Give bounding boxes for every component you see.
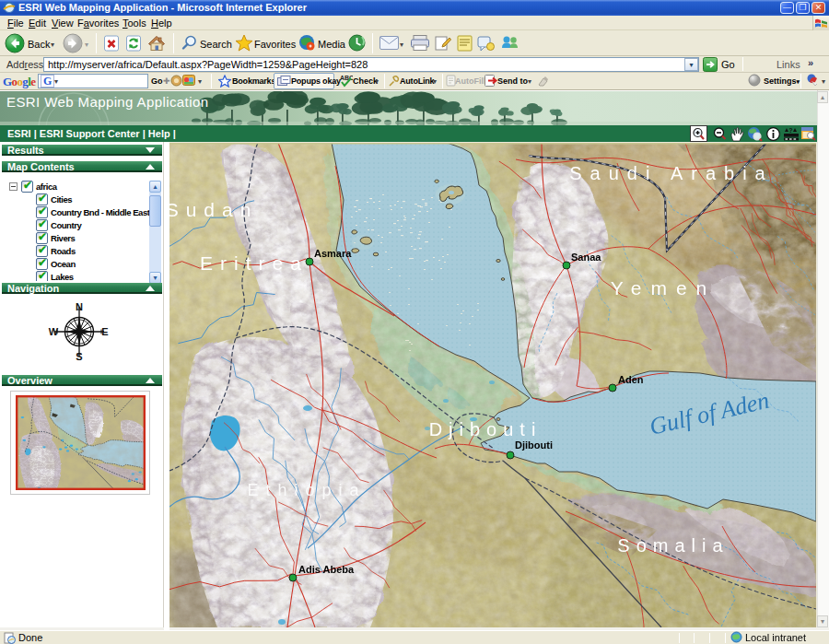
svg-text:Sudan: Sudan: [169, 199, 258, 220]
svg-text:Aden: Aden: [618, 374, 644, 385]
svg-text:?: ?: [788, 127, 792, 134]
svg-text:Sanaa: Sanaa: [571, 252, 601, 263]
svg-text:N: N: [76, 301, 83, 312]
svg-text:Saudi Arabia: Saudi Arabia: [569, 163, 773, 183]
svg-text:Somalia: Somalia: [617, 535, 729, 556]
svg-text:Eritrea: Eritrea: [200, 252, 309, 274]
svg-text:Ethiopia: Ethiopia: [247, 481, 366, 499]
svg-text:Yemen: Yemen: [611, 277, 717, 299]
svg-text:Asmara: Asmara: [314, 248, 352, 259]
svg-text:Djibouti: Djibouti: [429, 419, 543, 439]
svg-text:E: E: [101, 326, 108, 337]
svg-text:W: W: [49, 326, 59, 337]
svg-text:Adis Abeba: Adis Abeba: [298, 564, 355, 575]
svg-text:S: S: [76, 351, 82, 362]
svg-text:Djibouti: Djibouti: [515, 439, 553, 451]
svg-text:ABC: ABC: [340, 75, 353, 81]
